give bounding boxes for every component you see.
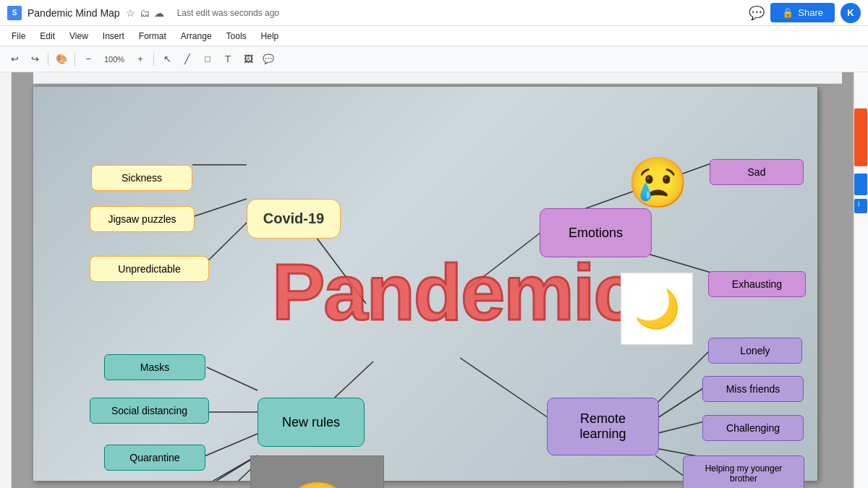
chat-icon[interactable]: 💬 [749, 5, 765, 21]
miss-friends-node[interactable]: Miss friends [702, 376, 804, 402]
text-button[interactable]: T [219, 51, 237, 68]
pandemic-title: Pandemic [272, 246, 637, 338]
last-edit-label: Last edit was seconds ago [177, 8, 279, 18]
divider-3 [153, 53, 154, 66]
toolbar: ↩ ↪ 🎨 − 100% + ↖ ╱ □ T 🖼 💬 [0, 46, 868, 72]
line-button[interactable]: ╱ [179, 51, 196, 68]
image-button[interactable]: 🖼 [239, 51, 257, 68]
left-ruler [0, 72, 12, 488]
menu-view[interactable]: View [64, 30, 94, 43]
emotions-node[interactable]: Emotions [540, 208, 652, 257]
zoom-percent[interactable]: 100% [100, 51, 129, 68]
exhausting-node[interactable]: Exhausting [708, 271, 806, 297]
redo-button[interactable]: ↪ [26, 51, 43, 68]
menu-edit[interactable]: Edit [34, 30, 61, 43]
title-icons: ☆ 🗂 ☁ [126, 7, 164, 19]
titlebar-left: S Pandemic Mind Map ☆ 🗂 ☁ Last edit was … [7, 6, 279, 20]
menu-file[interactable]: File [6, 30, 31, 43]
covid-node[interactable]: Covid-19 [247, 199, 341, 239]
user-avatar[interactable]: K [841, 3, 861, 23]
undo-button[interactable]: ↩ [6, 51, 23, 68]
menu-insert[interactable]: Insert [97, 30, 130, 43]
jigsaw-node[interactable]: Jigsaw puzzles [90, 206, 195, 232]
cloud-icon[interactable]: ☁ [154, 7, 164, 19]
right-panel-info: i [854, 199, 867, 213]
menu-arrange[interactable]: Arrange [175, 30, 218, 43]
helping-node[interactable]: Helping my younger brother [683, 455, 804, 488]
app-icon: S [7, 6, 22, 20]
app-title: Pandemic Mind Map [27, 7, 120, 19]
top-ruler [33, 72, 842, 84]
lonely-node[interactable]: Lonely [708, 338, 802, 364]
svg-line-1 [192, 199, 247, 217]
sad-face-image: 😢 [625, 150, 690, 215]
titlebar-right: 💬 🔒 Share K [749, 3, 861, 23]
comment-button[interactable]: 💬 [260, 51, 277, 68]
masks-node[interactable]: Masks [104, 354, 205, 380]
right-panel-blue [854, 174, 867, 195]
divider-2 [75, 53, 75, 66]
zoom-minus-button[interactable]: − [80, 51, 97, 68]
paint-button[interactable]: 🎨 [53, 51, 70, 68]
share-icon: 🔒 [782, 7, 793, 18]
cursor-button[interactable]: ↖ [158, 51, 176, 68]
menubar: File Edit View Insert Format Arrange Too… [0, 26, 868, 46]
remote-node[interactable]: Remote learning [547, 398, 659, 455]
shape-button[interactable]: □ [199, 51, 216, 68]
social-node[interactable]: Social distancing [90, 398, 209, 424]
canvas-area[interactable]: Pandemic Covid-19 Sickness Jigsaw puzzle… [12, 72, 854, 488]
unpredictable-node[interactable]: Unpredictable [90, 256, 209, 282]
challenging-node[interactable]: Challenging [702, 415, 804, 441]
menu-help[interactable]: Help [255, 30, 285, 43]
divider-1 [48, 53, 48, 66]
sleepy-moon-image: 🌙 [621, 273, 693, 345]
mask-photo: 😷 [250, 455, 384, 488]
slide[interactable]: Pandemic Covid-19 Sickness Jigsaw puzzle… [33, 87, 817, 481]
star-icon[interactable]: ☆ [126, 7, 135, 19]
svg-line-5 [207, 367, 258, 390]
sad-node[interactable]: Sad [710, 159, 804, 185]
right-panel: i [854, 72, 868, 488]
zoom-plus-button[interactable]: + [132, 51, 149, 68]
folder-icon[interactable]: 🗂 [140, 7, 150, 19]
share-button[interactable]: 🔒 Share [770, 3, 835, 22]
svg-line-19 [460, 358, 550, 419]
right-panel-orange [854, 108, 867, 166]
main-area: Pandemic Covid-19 Sickness Jigsaw puzzle… [0, 72, 868, 488]
menu-format[interactable]: Format [133, 30, 172, 43]
titlebar: S Pandemic Mind Map ☆ 🗂 ☁ Last edit was … [0, 0, 868, 26]
sickness-node[interactable]: Sickness [91, 165, 192, 191]
menu-tools[interactable]: Tools [221, 30, 252, 43]
new-rules-node[interactable]: New rules [258, 398, 365, 447]
quarantine-node[interactable]: Quarantine [104, 445, 205, 471]
